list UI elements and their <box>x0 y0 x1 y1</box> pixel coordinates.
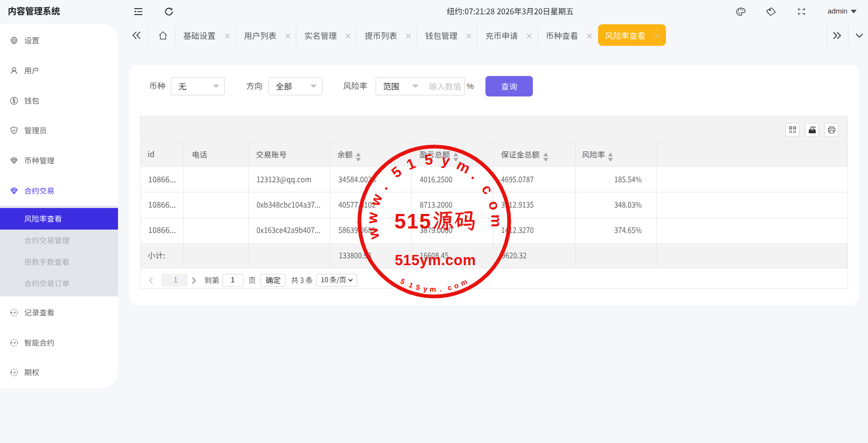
svg-text:1: 1 <box>407 281 414 290</box>
svg-text:w: w <box>364 211 380 225</box>
svg-text:5: 5 <box>423 151 433 168</box>
svg-text:y: y <box>440 152 451 169</box>
svg-text:.: . <box>375 180 391 192</box>
svg-text:515ym.com: 515ym.com <box>394 252 476 268</box>
svg-text:m: m <box>488 214 504 227</box>
svg-text:o: o <box>453 281 460 290</box>
svg-text:m: m <box>454 157 473 177</box>
svg-text:515: 515 <box>394 210 432 233</box>
svg-text:y: y <box>422 285 428 293</box>
svg-text:.: . <box>439 285 442 293</box>
svg-text:w: w <box>366 191 386 209</box>
svg-text:5: 5 <box>388 163 405 181</box>
svg-text:w: w <box>364 226 383 241</box>
svg-text:5: 5 <box>399 277 406 286</box>
svg-text:5: 5 <box>415 283 421 292</box>
svg-text:o: o <box>485 199 503 212</box>
svg-text:m: m <box>429 286 436 294</box>
svg-text:c: c <box>478 182 496 197</box>
svg-text:c: c <box>447 283 453 292</box>
svg-text:.: . <box>468 168 482 182</box>
svg-text:1: 1 <box>404 155 418 173</box>
svg-text:m: m <box>459 278 468 288</box>
